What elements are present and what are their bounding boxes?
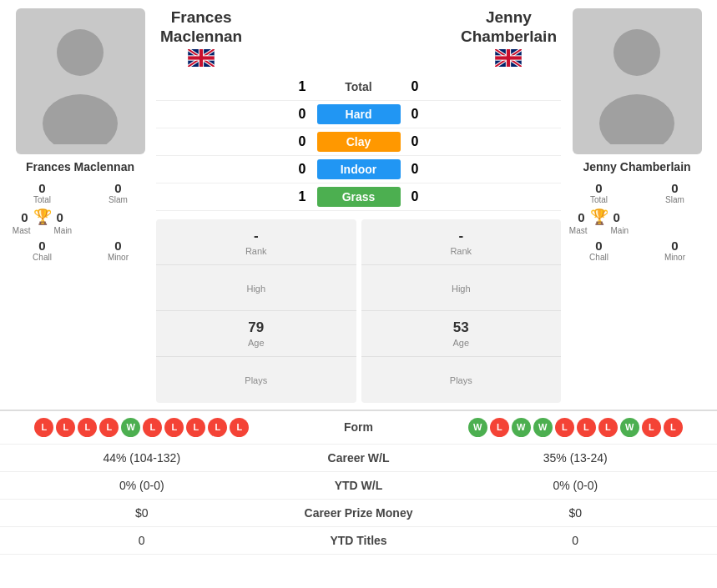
player1-chall-val: 0 bbox=[38, 239, 45, 253]
player2-header: JennyChamberlain bbox=[461, 8, 557, 70]
player1-avatar bbox=[16, 8, 145, 154]
player2-trophy-icon: 🏆 bbox=[590, 208, 608, 226]
p1-rank-val: - bbox=[254, 228, 259, 244]
player2-slam-val: 0 bbox=[671, 181, 678, 195]
indoor-label: Indoor bbox=[317, 159, 401, 179]
grass-label: Grass bbox=[317, 187, 401, 207]
player2-flag bbox=[495, 49, 522, 67]
player1-slam-lbl: Slam bbox=[109, 195, 128, 204]
form-dot-l: L bbox=[577, 418, 596, 437]
p2-form-dots: WLWWLLLWLL bbox=[442, 418, 709, 437]
p2-form-container: WLWWLLLWLL bbox=[442, 418, 709, 437]
p2-prize: $0 bbox=[442, 506, 709, 520]
player2-name: Jenny Chamberlain bbox=[583, 159, 690, 174]
player2-info-panel: - Rank High 53 Age Plays bbox=[361, 219, 562, 403]
player2-main-val: 0 bbox=[613, 210, 620, 224]
svg-rect-19 bbox=[496, 56, 523, 59]
form-dot-l: L bbox=[555, 418, 574, 437]
player2-minor-cell: 0 Minor bbox=[641, 239, 709, 262]
form-dot-w: W bbox=[468, 418, 487, 437]
form-dot-l: L bbox=[34, 418, 53, 437]
center-column: FrancesMaclennan bbox=[156, 8, 561, 403]
p2-high-lbl: High bbox=[452, 284, 471, 294]
form-dot-l: L bbox=[99, 418, 119, 437]
player1-stats: 0 Total 0 Slam 0 🏆 0 Mast Main bbox=[8, 181, 152, 262]
form-dot-w: W bbox=[620, 418, 639, 437]
player1-main-lbl: Main bbox=[53, 226, 72, 235]
form-dot-w: W bbox=[512, 418, 531, 437]
p2-plays-row: Plays bbox=[361, 357, 562, 403]
p1-age-row: 79 Age bbox=[156, 311, 356, 357]
p2-grass-score: 0 bbox=[401, 189, 430, 204]
player1-mast-lbl: Mast bbox=[13, 226, 31, 235]
player1-column: Frances Maclennan 0 Total 0 Slam 0 🏆 0 bbox=[8, 8, 152, 403]
p1-plays-row: Plays bbox=[156, 357, 356, 403]
p2-high-row: High bbox=[361, 265, 562, 311]
p2-ytd: 0% (0-0) bbox=[442, 479, 709, 492]
player1-total-lbl: Total bbox=[33, 195, 51, 204]
p2-career: 35% (13-24) bbox=[442, 451, 709, 465]
form-dot-l: L bbox=[78, 418, 97, 437]
player1-slam-val: 0 bbox=[114, 181, 121, 195]
player2-header-name: JennyChamberlain bbox=[461, 8, 557, 47]
player2-avatar bbox=[573, 8, 702, 154]
p2-age-row: 53 Age bbox=[361, 311, 562, 357]
score-grass-row: 1 Grass 0 bbox=[156, 183, 561, 211]
prize-row: $0 Career Prize Money $0 bbox=[0, 500, 717, 527]
p1-rank-lbl: Rank bbox=[245, 246, 267, 256]
main-container: Frances Maclennan 0 Total 0 Slam 0 🏆 0 bbox=[0, 0, 717, 555]
p1-total-score: 1 bbox=[288, 79, 317, 94]
form-dot-l: L bbox=[186, 418, 205, 437]
player1-header-name: FrancesMaclennan bbox=[160, 8, 242, 47]
svg-point-21 bbox=[599, 94, 674, 144]
player1-mast-val: 0 bbox=[21, 210, 28, 224]
form-dot-l: L bbox=[143, 418, 162, 437]
score-indoor-row: 0 Indoor 0 bbox=[156, 156, 561, 183]
form-dot-l: L bbox=[208, 418, 227, 437]
top-wrapper: Frances Maclennan 0 Total 0 Slam 0 🏆 0 bbox=[0, 0, 717, 403]
p1-form-container: LLLLWLLLLL bbox=[8, 418, 275, 437]
player1-trophy-icon: 🏆 bbox=[33, 208, 52, 226]
form-dot-l: L bbox=[230, 418, 249, 437]
p1-clay-score: 0 bbox=[288, 134, 317, 149]
p1-rank-row: - Rank bbox=[156, 219, 356, 265]
player2-chall-cell: 0 Chall bbox=[565, 239, 633, 262]
player2-mast-lbl: Mast bbox=[569, 226, 588, 235]
player1-total-val: 0 bbox=[38, 181, 45, 195]
player1-slam-cell: 0 Slam bbox=[84, 181, 152, 204]
score-clay-row: 0 Clay 0 bbox=[156, 128, 561, 156]
p1-high-row: High bbox=[156, 265, 356, 311]
p2-titles: 0 bbox=[442, 534, 709, 547]
names-row: FrancesMaclennan bbox=[156, 8, 561, 70]
player2-minor-lbl: Minor bbox=[664, 253, 685, 262]
p2-rank-row: - Rank bbox=[361, 219, 562, 265]
p1-ytd: 0% (0-0) bbox=[8, 479, 275, 492]
p2-age-val: 53 bbox=[453, 319, 469, 336]
form-dot-l: L bbox=[56, 418, 75, 437]
p1-age-val: 79 bbox=[248, 319, 264, 336]
player1-main-val: 0 bbox=[57, 210, 63, 224]
p1-prize: $0 bbox=[8, 506, 275, 520]
form-label: Form bbox=[275, 420, 442, 434]
player1-mast-cell: 0 🏆 0 Mast Main bbox=[8, 208, 76, 235]
form-dot-w: W bbox=[121, 418, 140, 437]
player1-chall-lbl: Chall bbox=[33, 253, 52, 262]
ytd-wl-row: 0% (0-0) YTD W/L 0% (0-0) bbox=[0, 472, 717, 500]
score-table: 1 Total 0 0 Hard 0 0 Clay 0 0 Indoor bbox=[156, 73, 561, 211]
p2-clay-score: 0 bbox=[401, 134, 430, 149]
form-dot-l: L bbox=[164, 418, 184, 437]
player1-total-cell: 0 Total bbox=[8, 181, 76, 204]
total-label: Total bbox=[317, 77, 401, 97]
p1-indoor-score: 0 bbox=[288, 162, 317, 177]
p2-indoor-score: 0 bbox=[401, 162, 430, 177]
p1-age-lbl: Age bbox=[248, 338, 265, 348]
info-panels: - Rank High 79 Age Plays bbox=[156, 219, 561, 403]
player2-minor-val: 0 bbox=[671, 239, 678, 253]
form-dot-l: L bbox=[598, 418, 618, 437]
form-row: LLLLWLLLLL Form WLWWLLLWLL bbox=[0, 411, 717, 445]
player2-total-val: 0 bbox=[595, 181, 602, 195]
p1-titles: 0 bbox=[8, 534, 275, 547]
clay-label: Clay bbox=[317, 132, 401, 152]
prize-label: Career Prize Money bbox=[275, 506, 442, 520]
player1-name: Frances Maclennan bbox=[26, 159, 134, 174]
